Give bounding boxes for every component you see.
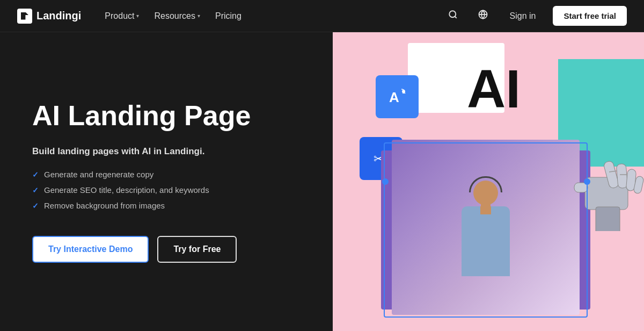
list-item: ✓ Remove background from images (32, 201, 301, 210)
chevron-down-icon: ▾ (136, 13, 139, 19)
right-panel: AI A ✂ (333, 32, 644, 331)
feature-1: Generate and regenerate copy (44, 170, 153, 179)
nav-menu: Product ▾ Resources ▾ Pricing (98, 7, 248, 25)
nav-left: Landingi Product ▾ Resources ▾ Pricing (17, 7, 248, 25)
start-trial-button[interactable]: Start free trial (553, 6, 627, 26)
globe-button[interactable] (473, 6, 493, 26)
ai-text: AI (467, 62, 521, 116)
feature-3: Remove background from images (44, 201, 165, 210)
hero-subtitle: Build landing pages with AI in Landingi. (32, 146, 301, 157)
globe-icon (478, 10, 488, 22)
svg-line-1 (455, 16, 456, 18)
nav-item-resources[interactable]: Resources ▾ (148, 7, 206, 25)
list-item: ✓ Generate and regenerate copy (32, 170, 301, 179)
feature-list: ✓ Generate and regenerate copy ✓ Generat… (32, 170, 301, 217)
frame-dot-left (382, 178, 389, 185)
search-icon (448, 10, 458, 22)
hero-collage: AI A ✂ (333, 32, 644, 331)
try-demo-button[interactable]: Try Interactive Demo (32, 236, 149, 263)
try-free-button[interactable]: Try for Free (157, 236, 237, 263)
logo[interactable]: Landingi (17, 9, 81, 24)
main-content: AI Landing Page Build landing pages with… (0, 32, 644, 331)
robot-hand (542, 118, 644, 236)
svg-rect-14 (596, 207, 620, 231)
nav-pricing-label: Pricing (215, 11, 241, 21)
check-icon-1: ✓ (32, 170, 39, 179)
list-item: ✓ Generate SEO title, description, and k… (32, 185, 301, 195)
left-panel: AI Landing Page Build landing pages with… (0, 32, 333, 331)
nav-item-product[interactable]: Product ▾ (98, 7, 145, 25)
search-button[interactable] (443, 6, 463, 26)
navbar: Landingi Product ▾ Resources ▾ Pricing (0, 0, 644, 32)
sign-in-button[interactable]: Sign in (503, 7, 543, 25)
feature-2: Generate SEO title, description, and key… (44, 185, 209, 195)
logo-text: Landingi (36, 10, 81, 22)
nav-item-pricing[interactable]: Pricing (209, 7, 248, 25)
logo-icon-shape (21, 12, 28, 20)
check-icon-3: ✓ (32, 202, 39, 210)
cta-buttons: Try Interactive Demo Try for Free (32, 236, 301, 263)
svg-text:A: A (389, 89, 399, 105)
chevron-down-icon-resources: ▾ (197, 13, 200, 19)
nav-product-label: Product (105, 11, 134, 21)
nav-right: Sign in Start free trial (443, 6, 627, 26)
hero-title: AI Landing Page (32, 100, 301, 131)
svg-point-0 (449, 11, 456, 17)
frame-dot-right (584, 178, 590, 185)
nav-resources-label: Resources (154, 11, 195, 21)
logo-icon (17, 9, 32, 24)
svg-rect-11 (616, 163, 628, 188)
ai-icon-card: A (376, 75, 419, 118)
check-icon-2: ✓ (32, 186, 39, 195)
